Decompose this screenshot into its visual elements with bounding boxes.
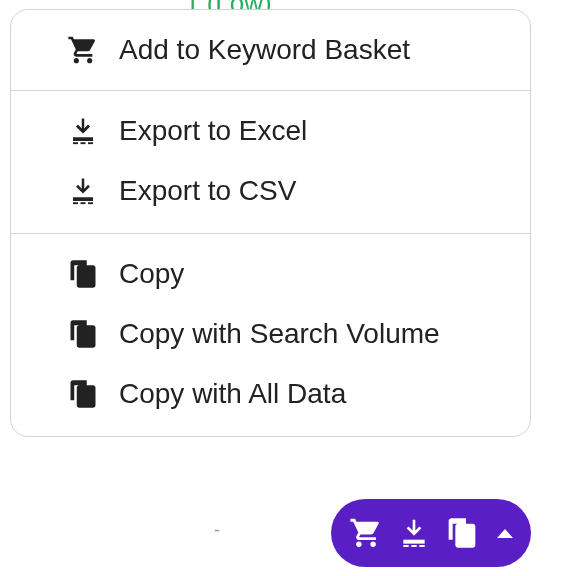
copy-all-label: Copy with All Data xyxy=(119,378,346,410)
export-csv-label: Export to CSV xyxy=(119,175,296,207)
svg-rect-1 xyxy=(73,142,78,144)
svg-rect-8 xyxy=(403,540,424,544)
copy-volume-label: Copy with Search Volume xyxy=(119,318,440,350)
copy-icon xyxy=(67,258,99,290)
caret-up-icon xyxy=(497,529,513,538)
cart-icon xyxy=(67,34,99,66)
menu-section-basket: Add to Keyword Basket xyxy=(11,10,530,91)
export-dropdown-menu: Add to Keyword Basket Export to Excel xyxy=(10,9,531,437)
svg-rect-4 xyxy=(73,197,93,201)
download-icon xyxy=(397,516,431,550)
export-excel-label: Export to Excel xyxy=(119,115,307,147)
menu-section-copy: Copy Copy with Search Volume Copy with A… xyxy=(11,234,530,436)
svg-rect-11 xyxy=(419,545,424,547)
svg-rect-0 xyxy=(73,137,93,141)
svg-rect-9 xyxy=(403,545,408,547)
cart-icon xyxy=(349,516,383,550)
svg-rect-2 xyxy=(81,142,86,144)
add-to-basket-item[interactable]: Add to Keyword Basket xyxy=(11,10,530,90)
export-csv-item[interactable]: Export to CSV xyxy=(11,161,530,233)
copy-volume-item[interactable]: Copy with Search Volume xyxy=(11,304,530,364)
background-dash: - xyxy=(214,520,220,541)
download-icon xyxy=(67,115,99,147)
copy-item[interactable]: Copy xyxy=(11,234,530,304)
export-excel-item[interactable]: Export to Excel xyxy=(11,91,530,161)
copy-all-item[interactable]: Copy with All Data xyxy=(11,364,530,436)
menu-section-export: Export to Excel Export to CSV xyxy=(11,91,530,234)
export-actions-button[interactable] xyxy=(331,499,531,567)
copy-icon xyxy=(67,378,99,410)
svg-rect-6 xyxy=(81,202,86,204)
copy-icon xyxy=(67,318,99,350)
add-to-basket-label: Add to Keyword Basket xyxy=(119,34,410,66)
copy-icon xyxy=(445,516,479,550)
svg-rect-10 xyxy=(411,545,416,547)
svg-rect-3 xyxy=(88,142,93,144)
svg-rect-5 xyxy=(73,202,78,204)
download-icon xyxy=(67,175,99,207)
svg-rect-7 xyxy=(88,202,93,204)
copy-label: Copy xyxy=(119,258,184,290)
